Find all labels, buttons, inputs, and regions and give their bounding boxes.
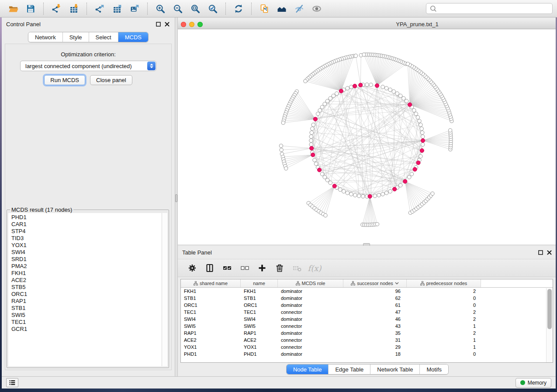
mcds-result-item[interactable]: STB1 xyxy=(11,305,162,312)
import-table-button[interactable] xyxy=(66,2,81,15)
close-panel-x-button[interactable] xyxy=(165,22,170,27)
table-row[interactable]: STB1STB1dominator620 xyxy=(181,295,553,302)
table-row[interactable]: SWI4SWI4dominator462 xyxy=(181,316,553,323)
table-row[interactable]: ORC1ORC1dominator610 xyxy=(181,302,553,309)
open-file-button[interactable] xyxy=(6,2,21,15)
dropdown-stepper-icon xyxy=(147,62,156,70)
scrollbar-thumb[interactable] xyxy=(547,289,552,329)
mcds-node xyxy=(353,84,357,88)
select-all-rows-button[interactable] xyxy=(221,262,233,274)
mcds-result-item[interactable]: ORC1 xyxy=(11,291,162,298)
mcds-result-item[interactable]: SRD1 xyxy=(11,256,162,263)
export-table-button[interactable] xyxy=(110,2,125,15)
mcds-result-item[interactable]: STP4 xyxy=(11,228,162,235)
table-cell: SWI4 xyxy=(241,316,278,322)
tab-edge-table[interactable]: Edge Table xyxy=(329,364,370,374)
node-table: shared namenameMCDS rolesuccessor nodesp… xyxy=(180,279,553,363)
table-cell: 1 xyxy=(407,323,481,329)
mcds-result-item[interactable]: YOX1 xyxy=(11,242,162,249)
mcds-result-item[interactable]: SWI5 xyxy=(11,312,162,319)
table-row[interactable]: PHD1PHD1dominator180 xyxy=(181,351,553,358)
tab-select[interactable]: Select xyxy=(89,32,118,42)
export-network-button[interactable] xyxy=(92,2,107,15)
table-cell: dominator xyxy=(278,330,343,336)
table-scrollbar[interactable] xyxy=(546,288,553,362)
window-minimize-button[interactable] xyxy=(189,22,194,27)
search-icon xyxy=(430,5,437,12)
column-header-mcds-role[interactable]: MCDS role xyxy=(278,279,343,287)
close-table-panel-button[interactable] xyxy=(547,250,552,255)
table-toolbar: f(x) xyxy=(178,259,557,277)
window-close-button[interactable] xyxy=(181,22,186,27)
optimization-criterion-label: Optimization criterion: xyxy=(5,51,171,58)
memory-button[interactable]: Memory xyxy=(515,378,551,388)
mcds-result-item[interactable]: GCR1 xyxy=(11,326,162,333)
mcds-result-item[interactable]: RAP1 xyxy=(11,298,162,305)
float-panel-button[interactable] xyxy=(156,22,161,27)
memory-status-icon xyxy=(520,380,525,385)
result-scrollbar[interactable] xyxy=(162,213,167,366)
column-header-shared-name[interactable]: shared name xyxy=(181,279,241,287)
column-header-predecessor-nodes[interactable]: predecessor nodes xyxy=(407,279,481,287)
mcds-result-item[interactable]: STB5 xyxy=(11,284,162,291)
hide-selected-button[interactable] xyxy=(292,2,307,15)
column-header-filler xyxy=(481,279,553,287)
mcds-node xyxy=(403,179,407,183)
first-neighbors-button[interactable] xyxy=(274,2,289,15)
network-canvas[interactable] xyxy=(178,29,557,244)
table-row[interactable]: YOX1YOX1connector291 xyxy=(181,344,553,351)
tab-node-table[interactable]: Node Table xyxy=(287,364,329,374)
control-panel-title: Control Panel xyxy=(6,21,41,28)
mcds-result-item[interactable]: CAR1 xyxy=(11,221,162,228)
tab-network-table[interactable]: Network Table xyxy=(370,364,420,374)
tab-motifs[interactable]: Motifs xyxy=(420,364,448,374)
network-from-selection-button[interactable] xyxy=(257,2,272,15)
zoom-selected-button[interactable] xyxy=(205,2,220,15)
mcds-result-item[interactable]: PHD1 xyxy=(11,214,162,221)
add-column-button[interactable] xyxy=(256,262,268,274)
import-network-button[interactable] xyxy=(49,2,64,15)
delete-column-button[interactable] xyxy=(274,262,285,274)
mcds-result-item[interactable]: SWI4 xyxy=(11,249,162,256)
run-mcds-button[interactable]: Run MCDS xyxy=(44,75,85,85)
table-row[interactable]: FKH1FKH1dominator962 xyxy=(181,288,553,295)
zoom-out-button[interactable] xyxy=(170,2,185,15)
panel-list-button[interactable] xyxy=(6,378,18,387)
mcds-result-item[interactable]: TEC1 xyxy=(11,319,162,326)
tab-network[interactable]: Network xyxy=(28,32,63,42)
apply-preferred-layout-button[interactable] xyxy=(231,2,246,15)
mcds-result-item[interactable]: ACE2 xyxy=(11,277,162,284)
mcds-result-group: MCDS result (17 nodes) PHD1CAR1STP4TID3Y… xyxy=(7,206,169,368)
zoom-fit-button[interactable] xyxy=(188,2,203,15)
close-panel-button[interactable]: Close panel xyxy=(90,75,132,85)
table-settings-button[interactable] xyxy=(187,262,198,274)
tab-mcds[interactable]: MCDS xyxy=(118,32,148,42)
show-all-button[interactable] xyxy=(309,2,324,15)
zoom-in-button[interactable] xyxy=(153,2,168,15)
table-row[interactable]: TEC1TEC1connector472 xyxy=(181,309,553,316)
status-bar: Memory xyxy=(2,376,556,389)
criterion-dropdown[interactable]: largest connected component (undirected) xyxy=(20,61,156,71)
save-session-icon xyxy=(26,4,35,14)
window-zoom-button[interactable] xyxy=(197,22,203,27)
float-table-panel-button[interactable] xyxy=(538,250,543,255)
mcds-result-item[interactable]: TID3 xyxy=(11,235,162,242)
table-row[interactable]: SWI5SWI5connector431 xyxy=(181,323,553,330)
network-title: YPA_prune.txt_1 xyxy=(396,21,438,28)
vertical-split-divider[interactable] xyxy=(175,17,178,376)
mcds-result-item[interactable]: PMA2 xyxy=(11,263,162,270)
show-columns-button[interactable] xyxy=(204,262,215,274)
divider-handle[interactable] xyxy=(175,194,177,202)
export-image-button[interactable] xyxy=(127,2,142,15)
deselect-all-rows-button[interactable] xyxy=(239,262,250,274)
table-row[interactable]: RAP1RAP1dominator352 xyxy=(181,330,553,337)
column-header-name[interactable]: name xyxy=(241,279,278,287)
save-session-button[interactable] xyxy=(23,2,38,15)
table-row[interactable]: ACE2ACE2connector311 xyxy=(181,337,553,344)
mcds-node xyxy=(408,103,412,107)
search-input[interactable] xyxy=(439,5,549,12)
table-cell: STB1 xyxy=(241,296,278,301)
tab-style[interactable]: Style xyxy=(63,32,89,42)
column-header-successor-nodes[interactable]: successor nodes xyxy=(343,279,407,287)
mcds-result-item[interactable]: FKH1 xyxy=(11,270,162,277)
